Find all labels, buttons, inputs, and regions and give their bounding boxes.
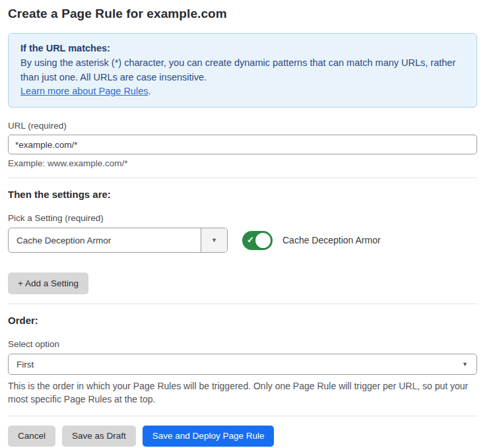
chevron-down-icon: ▼ xyxy=(211,237,217,243)
setting-toggle-label: Cache Deception Armor xyxy=(282,235,381,245)
order-select[interactable]: First ▼ xyxy=(8,354,477,375)
add-setting-button[interactable]: + Add a Setting xyxy=(8,272,88,294)
setting-toggle[interactable]: ✓ xyxy=(242,231,273,250)
save-as-draft-button[interactable]: Save as Draft xyxy=(62,426,136,447)
info-box-body: By using the asterisk (*) character, you… xyxy=(20,56,465,85)
pick-setting-label: Pick a Setting (required) xyxy=(8,213,477,223)
chevron-down-icon: ▼ xyxy=(462,361,468,368)
order-section-heading: Order: xyxy=(8,315,477,326)
order-select-value: First xyxy=(16,360,34,369)
setting-select[interactable]: Cache Deception Armor ▼ xyxy=(8,228,228,253)
check-icon: ✓ xyxy=(247,235,254,245)
toggle-knob xyxy=(255,233,271,248)
form-actions: Cancel Save as Draft Save and Deploy Pag… xyxy=(8,426,477,447)
divider xyxy=(8,416,477,416)
save-and-deploy-button[interactable]: Save and Deploy Page Rule xyxy=(143,426,275,447)
settings-section-heading: Then the settings are: xyxy=(8,189,477,200)
url-match-info-box: If the URL matches: By using the asteris… xyxy=(8,33,477,108)
setting-select-value: Cache Deception Armor xyxy=(9,228,201,252)
setting-select-arrow-button[interactable]: ▼ xyxy=(201,228,227,252)
learn-more-link[interactable]: Learn more about Page Rules xyxy=(20,86,148,96)
url-example-helper: Example: www.example.com/* xyxy=(8,158,477,168)
order-select-label: Select option xyxy=(8,339,477,349)
url-field-label: URL (required) xyxy=(8,121,477,131)
url-input[interactable] xyxy=(8,135,477,154)
info-box-heading: If the URL matches: xyxy=(20,42,465,56)
info-box-link-line: Learn more about Page Rules. xyxy=(20,84,465,99)
create-page-rule-form: Create a Page Rule for example.com If th… xyxy=(0,0,495,448)
setting-row: Cache Deception Armor ▼ ✓ Cache Deceptio… xyxy=(8,228,477,253)
cancel-button[interactable]: Cancel xyxy=(8,426,55,447)
order-helper-text: This is the order in which your Page Rul… xyxy=(8,379,477,406)
divider xyxy=(8,304,477,304)
divider xyxy=(8,177,477,178)
page-title: Create a Page Rule for example.com xyxy=(8,7,477,21)
link-suffix: . xyxy=(148,86,150,96)
